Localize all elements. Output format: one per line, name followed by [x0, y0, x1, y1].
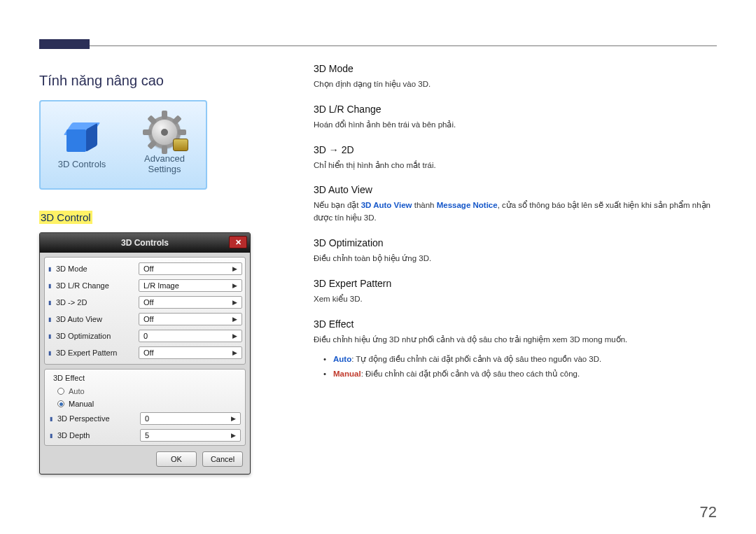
bullet-manual: Manual: Điều chỉnh cài đặt phối cảnh và …: [323, 367, 717, 382]
radio-label: Auto: [69, 387, 85, 395]
opt-title: 3D Optimization: [314, 237, 717, 248]
chevron-right-icon: ▶: [231, 432, 236, 439]
dropdown-3d-auto-view[interactable]: Off▶: [139, 313, 242, 325]
stepper-3d-depth[interactable]: 5▶: [140, 429, 241, 442]
opt-3d-optimization: 3D Optimization Điều chỉnh toàn bộ hiệu …: [314, 237, 717, 265]
header-rule: [39, 39, 717, 52]
card-advanced-settings-label: Advanced Settings: [144, 154, 185, 175]
radio-row-manual[interactable]: Manual: [49, 398, 241, 410]
rule-block: [39, 39, 90, 49]
keyword-message-notice: Message Notice: [437, 201, 498, 209]
row-3d-to-2d: ▮ 3D -> 2D Off▶: [48, 294, 242, 311]
dialog-titlebar: 3D Controls ✕: [40, 233, 250, 253]
page-number: 72: [700, 503, 717, 521]
row-bullet-icon: ▮: [49, 433, 53, 439]
row-label: 3D L/R Change: [56, 281, 134, 290]
opt-3d-effect: 3D Effect Điều chỉnh hiệu ứng 3D như phố…: [314, 318, 717, 383]
row-bullet-icon: ▮: [48, 283, 52, 289]
sub-section-title: 3D Control: [39, 211, 92, 224]
keyword-manual: Manual: [333, 370, 361, 378]
section-title: Tính năng nâng cao: [39, 73, 263, 89]
close-button[interactable]: ✕: [229, 236, 247, 248]
stepper-value: 5: [145, 431, 149, 440]
main-settings-panel: ▮ 3D Mode Off▶ ▮ 3D L/R Change L/R Image…: [44, 257, 246, 365]
row-3d-expert-pattern: ▮ 3D Expert Pattern Off▶: [48, 344, 242, 361]
stepper-value: 0: [145, 414, 149, 423]
left-column: Tính năng nâng cao 3D Controls: [39, 60, 263, 475]
row-3d-lr-change: ▮ 3D L/R Change L/R Image▶: [48, 277, 242, 294]
dropdown-3d-lr-change[interactable]: L/R Image▶: [139, 279, 242, 292]
opt-3d-to-2d: 3D → 2D Chỉ hiển thị hình ảnh cho mắt tr…: [314, 144, 717, 172]
row-3d-auto-view: ▮ 3D Auto View Off▶: [48, 311, 242, 328]
row-3d-mode: ▮ 3D Mode Off▶: [48, 260, 242, 277]
cancel-button[interactable]: Cancel: [202, 451, 243, 467]
effect-group-panel: 3D Effect Auto Manual ▮ 3D Perspective: [44, 369, 246, 446]
gear-icon: [142, 115, 187, 150]
chevron-right-icon: ▶: [232, 265, 237, 272]
row-label: 3D Optimization: [56, 332, 134, 340]
opt-3d-auto-view: 3D Auto View Nếu bạn đặt 3D Auto View th…: [314, 184, 717, 225]
opt-desc: Chỉ hiển thị hình ảnh cho mắt trái.: [314, 160, 717, 172]
keyword-3d-auto-view: 3D Auto View: [361, 201, 412, 209]
row-label: 3D Auto View: [56, 315, 134, 323]
dropdown-3d-to-2d[interactable]: Off▶: [139, 296, 242, 309]
chevron-right-icon: ▶: [232, 316, 237, 323]
card-3d-controls-label: 3D Controls: [58, 160, 106, 170]
row-bullet-icon: ▮: [48, 333, 52, 339]
opt-desc: Hoán đổi hình ảnh bên trái và bên phải.: [314, 119, 717, 132]
opt-title: 3D Expert Pattern: [314, 278, 717, 289]
effect-group-title: 3D Effect: [53, 374, 241, 382]
opt-3d-expert-pattern: 3D Expert Pattern Xem kiểu 3D.: [314, 278, 717, 306]
ok-button[interactable]: OK: [156, 451, 197, 467]
row-label: 3D Expert Pattern: [56, 349, 134, 357]
dropdown-value: Off: [144, 265, 153, 273]
adv-line2: Settings: [148, 164, 181, 174]
effect-bullets: Auto: Tự động điều chỉnh cài đặt phối cả…: [323, 352, 717, 383]
keyword-auto: Auto: [333, 355, 351, 363]
dropdown-value: Off: [144, 349, 153, 357]
opt-title: 3D Auto View: [314, 184, 717, 195]
row-label: 3D -> 2D: [56, 298, 134, 307]
row-3d-depth: ▮ 3D Depth 5▶: [49, 427, 241, 444]
bullet-auto: Auto: Tự động điều chỉnh cài đặt phối cả…: [323, 352, 717, 367]
dropdown-3d-mode[interactable]: Off▶: [139, 262, 242, 275]
chevron-right-icon: ▶: [232, 299, 237, 306]
chevron-right-icon: ▶: [232, 349, 237, 356]
opt-desc: Chọn định dạng tín hiệu vào 3D.: [314, 78, 717, 91]
row-bullet-icon: ▮: [48, 316, 52, 323]
row-bullet-icon: ▮: [48, 266, 52, 272]
opt-desc: Xem kiểu 3D.: [314, 293, 717, 306]
chevron-right-icon: ▶: [232, 332, 237, 339]
cube-icon: [59, 120, 104, 155]
stepper-value: 0: [144, 332, 148, 340]
opt-desc: Điều chỉnh hiệu ứng 3D như phối cảnh và …: [314, 334, 717, 346]
row-3d-perspective: ▮ 3D Perspective 0▶: [49, 410, 241, 427]
opt-3d-lr-change: 3D L/R Change Hoán đổi hình ảnh bên trái…: [314, 104, 717, 132]
radio-row-auto[interactable]: Auto: [49, 385, 241, 398]
radio-icon: [57, 388, 64, 395]
bullet-text: : Tự động điều chỉnh cài đặt phối cảnh v…: [351, 355, 601, 363]
radio-label: Manual: [69, 400, 94, 408]
bullet-text: : Điều chỉnh cài đặt phối cảnh và độ sâu…: [361, 370, 580, 378]
row-bullet-icon: ▮: [48, 350, 52, 356]
opt-title: 3D Mode: [314, 63, 717, 74]
stepper-3d-optimization[interactable]: 0▶: [139, 330, 242, 342]
right-column: 3D Mode Chọn định dạng tín hiệu vào 3D. …: [314, 60, 717, 475]
dropdown-3d-expert-pattern[interactable]: Off▶: [139, 346, 242, 359]
stepper-3d-perspective[interactable]: 0▶: [140, 412, 241, 425]
dialog-3d-controls: 3D Controls ✕ ▮ 3D Mode Off▶ ▮ 3D L/R Ch…: [39, 232, 251, 475]
row-label: 3D Depth: [57, 431, 136, 440]
opt-3d-mode: 3D Mode Chọn định dạng tín hiệu vào 3D.: [314, 63, 717, 91]
dropdown-value: Off: [144, 315, 153, 323]
card-advanced-settings[interactable]: Advanced Settings: [123, 101, 206, 188]
dropdown-value: Off: [144, 298, 153, 307]
desc-pre: Nếu bạn đặt: [314, 201, 361, 209]
opt-desc: Điều chỉnh toàn bộ hiệu ứng 3D.: [314, 253, 717, 265]
dialog-title: 3D Controls: [121, 238, 169, 248]
opt-title: 3D → 2D: [314, 144, 717, 155]
adv-line1: Advanced: [144, 153, 185, 164]
row-bullet-icon: ▮: [48, 300, 52, 306]
desc-mid: thành: [412, 201, 437, 209]
row-3d-optimization: ▮ 3D Optimization 0▶: [48, 328, 242, 344]
card-3d-controls[interactable]: 3D Controls: [41, 101, 123, 188]
